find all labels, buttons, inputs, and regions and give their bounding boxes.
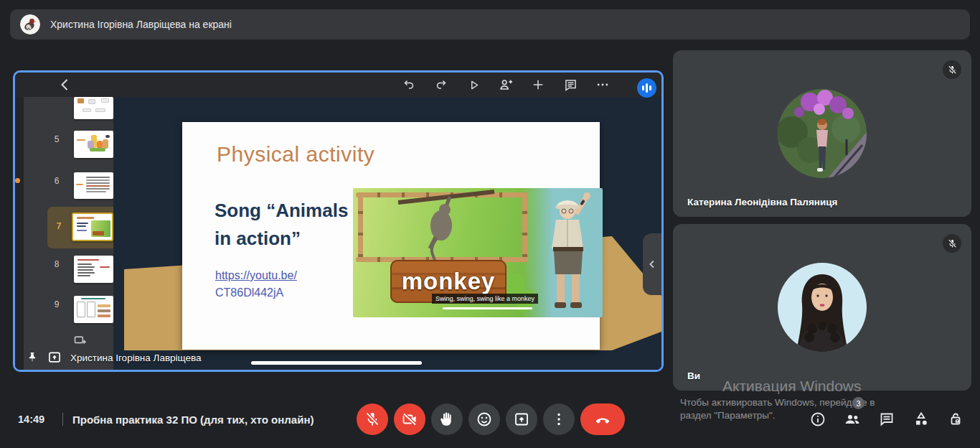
slide-thumbnail-partial[interactable] bbox=[74, 97, 113, 119]
slide-thumbnail-panel: 5 6 7 bbox=[24, 97, 113, 370]
end-call-button[interactable] bbox=[580, 403, 625, 435]
video-caption: Swing, swing, swing like a monkey bbox=[432, 294, 538, 304]
monkey-video-image: monkey Swing, swing, swing like a monkey bbox=[353, 188, 603, 317]
present-button[interactable] bbox=[506, 403, 537, 435]
screen-share-banner: Христина Ігорівна Лавріщева на екрані bbox=[10, 9, 970, 39]
plus-icon[interactable] bbox=[530, 77, 546, 93]
meeting-details-icon[interactable] bbox=[809, 411, 826, 428]
comment-icon[interactable] bbox=[562, 77, 578, 93]
panel-left-strip bbox=[15, 97, 24, 370]
share-tile-overlay: Христина Ігорівна Лавріщева bbox=[15, 345, 661, 370]
banner-text: Христина Ігорівна Лавріщева на екрані bbox=[50, 19, 232, 30]
slide-number: 8 bbox=[50, 259, 64, 269]
pin-icon[interactable] bbox=[26, 351, 39, 364]
host-controls-icon[interactable] bbox=[947, 411, 964, 428]
present-to-tile-icon[interactable] bbox=[46, 350, 63, 365]
slide-title: Physical activity bbox=[217, 142, 374, 167]
activities-icon[interactable] bbox=[913, 411, 930, 428]
camera-muted-button[interactable] bbox=[394, 403, 425, 435]
participants-count-badge: 3 bbox=[852, 397, 864, 409]
slide-song-line1: Song “Animals bbox=[215, 200, 348, 222]
bird-avatar-image bbox=[20, 14, 40, 34]
windows-watermark-line1: Чтобы активировать Windows, перейдите в bbox=[680, 397, 875, 408]
monkey-figure bbox=[392, 188, 500, 271]
slide-thumbnail-5[interactable] bbox=[74, 131, 113, 158]
raise-hand-button[interactable] bbox=[431, 403, 463, 435]
participant-tile-1[interactable]: Катерина Леонідівна Паляниця bbox=[673, 50, 971, 217]
slide-thumbnail-7[interactable] bbox=[72, 213, 113, 241]
slide-thumbnail-6[interactable] bbox=[74, 172, 113, 199]
reactions-button[interactable] bbox=[468, 403, 500, 435]
mic-muted-icon bbox=[943, 60, 961, 79]
orange-indicator-dot bbox=[15, 178, 20, 183]
person-add-icon[interactable] bbox=[498, 77, 514, 93]
clock: 14:49 bbox=[18, 414, 44, 425]
back-icon[interactable] bbox=[57, 76, 74, 93]
mic-muted-button[interactable] bbox=[357, 403, 388, 435]
slide-thumbnail-selected-container[interactable]: 7 bbox=[47, 207, 118, 248]
audio-playing-indicator-icon bbox=[637, 78, 656, 98]
participant-avatar-self bbox=[778, 263, 867, 352]
windows-watermark-title: Активация Windows bbox=[722, 378, 862, 395]
slide-thumbnail-9[interactable] bbox=[74, 296, 113, 323]
more-options-button[interactable] bbox=[543, 403, 575, 435]
slide-number: 9 bbox=[50, 299, 64, 309]
meeting-panel-icons bbox=[809, 411, 964, 428]
video-progress-bar bbox=[443, 307, 532, 309]
panel-collapse-handle[interactable] bbox=[643, 233, 661, 295]
participants-icon[interactable] bbox=[844, 411, 861, 428]
slide-number-selected: 7 bbox=[52, 221, 66, 231]
mic-muted-icon bbox=[943, 234, 961, 253]
youtube-link-line1[interactable]: https://youtu.be/ bbox=[215, 269, 297, 282]
call-controls bbox=[357, 403, 625, 435]
shared-screen-tile[interactable]: 5 6 7 bbox=[13, 70, 664, 372]
presenter-avatar bbox=[20, 14, 40, 34]
toolbar-icon-group bbox=[401, 73, 611, 97]
participant-tile-self[interactable]: Ви bbox=[673, 224, 971, 391]
presenter-tile-name: Христина Ігорівна Лавріщева bbox=[70, 353, 202, 363]
undo-icon[interactable] bbox=[401, 77, 417, 93]
more-options-icon[interactable] bbox=[595, 77, 611, 93]
presentation-canvas: Physical activity Song “Animals in actio… bbox=[113, 97, 661, 370]
chat-icon[interactable] bbox=[878, 411, 895, 428]
slide-song-line2: in action” bbox=[215, 228, 301, 250]
meeting-title: Пробна практика 32 ПО (для тих, хто онла… bbox=[72, 414, 314, 426]
shared-screen-content: 5 6 7 bbox=[15, 73, 661, 370]
slide-thumbnail-8[interactable] bbox=[74, 256, 113, 283]
monkey-sign-text: monkey bbox=[402, 268, 496, 295]
presenter-man-figure bbox=[534, 191, 603, 317]
participant-name: Катерина Леонідівна Паляниця bbox=[687, 197, 837, 207]
presentation-toolbar bbox=[15, 73, 661, 97]
participant-name-self: Ви bbox=[687, 370, 700, 381]
divider bbox=[62, 413, 63, 426]
play-icon[interactable] bbox=[466, 77, 481, 93]
windows-watermark-line2: раздел "Параметры". bbox=[680, 410, 776, 421]
youtube-link-line2[interactable]: CT86Dl442jA bbox=[215, 286, 283, 299]
slide-number: 5 bbox=[50, 134, 64, 144]
slide-number: 6 bbox=[50, 176, 64, 186]
redo-icon[interactable] bbox=[433, 77, 449, 93]
current-slide: Physical activity Song “Animals in actio… bbox=[182, 122, 600, 350]
participant-avatar-1 bbox=[778, 89, 867, 178]
